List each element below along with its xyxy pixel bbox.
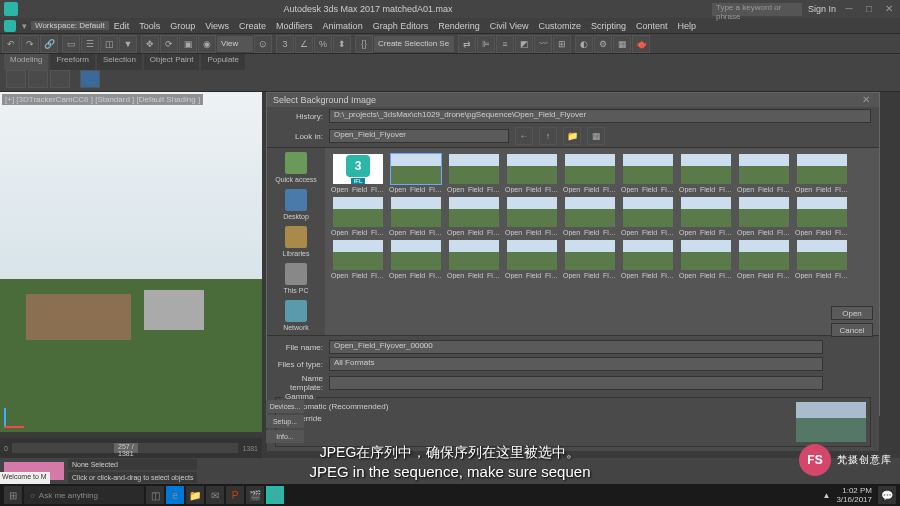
ribbon-btn-2[interactable] (28, 70, 48, 88)
file-thumb[interactable] (681, 154, 731, 184)
select-button[interactable]: ▭ (62, 35, 80, 53)
ribbon-btn-3[interactable] (50, 70, 70, 88)
sidebar-desktop[interactable]: Desktop (283, 189, 309, 220)
file-thumb[interactable] (623, 197, 673, 227)
render-button[interactable]: 🫖 (632, 35, 650, 53)
link-button[interactable]: 🔗 (40, 35, 58, 53)
taskbar-3dsmax[interactable]: 3 (266, 486, 284, 504)
newfolder-button[interactable]: 📁 (563, 127, 581, 145)
file-thumb[interactable] (565, 240, 615, 270)
ribbon-btn-1[interactable] (6, 70, 26, 88)
help-search-input[interactable]: Type a keyword or phrase (712, 3, 802, 16)
named-sets-button[interactable]: {} (355, 35, 373, 53)
file-thumb[interactable] (391, 197, 441, 227)
menu-modifiers[interactable]: Modifiers (271, 18, 318, 34)
percent-snap-button[interactable]: % (314, 35, 332, 53)
file-thumb[interactable] (739, 154, 789, 184)
file-thumb[interactable] (507, 240, 557, 270)
file-thumb[interactable] (449, 154, 499, 184)
timeline-slider[interactable]: 257 / 1381 (12, 443, 239, 453)
menu-views[interactable]: Views (200, 18, 234, 34)
file-thumb[interactable] (797, 154, 847, 184)
material-editor-button[interactable]: ◐ (575, 35, 593, 53)
toggle-button[interactable]: ◩ (515, 35, 533, 53)
render-frame-button[interactable]: ▦ (613, 35, 631, 53)
file-thumb[interactable] (333, 240, 383, 270)
ribbon-tab-freeform[interactable]: Freeform (50, 54, 94, 70)
file-thumb[interactable] (333, 197, 383, 227)
menu-help[interactable]: Help (673, 18, 702, 34)
taskbar-app-2[interactable]: 📁 (186, 486, 204, 504)
menu-edit[interactable]: Edit (109, 18, 135, 34)
app-menu-icon[interactable] (4, 20, 16, 32)
maximize-button[interactable]: □ (862, 2, 876, 16)
sidebar-network[interactable]: Network (283, 300, 309, 331)
placement-button[interactable]: ◉ (198, 35, 216, 53)
file-thumb[interactable] (507, 154, 557, 184)
cortana-search[interactable]: ○ Ask me anything (24, 486, 144, 504)
ribbon-tab-objectpaint[interactable]: Object Paint (144, 54, 200, 70)
file-thumb[interactable] (623, 240, 673, 270)
scale-button[interactable]: ▣ (179, 35, 197, 53)
mirror-button[interactable]: ⇄ (458, 35, 476, 53)
timeline-thumb[interactable]: 257 / 1381 (114, 443, 138, 453)
close-button[interactable]: ✕ (882, 2, 896, 16)
render-setup-button[interactable]: ⚙ (594, 35, 612, 53)
viewport-label[interactable]: [+] [3DTrackerCamCC6 ] [Standard ] [Defa… (2, 94, 203, 105)
file-thumb[interactable] (507, 197, 557, 227)
menu-customize[interactable]: Customize (534, 18, 587, 34)
file-thumb[interactable] (797, 240, 847, 270)
file-thumb[interactable] (797, 197, 847, 227)
nametpl-input[interactable] (329, 376, 823, 390)
curve-editor-button[interactable]: 〰 (534, 35, 552, 53)
menu-create[interactable]: Create (234, 18, 271, 34)
notifications-button[interactable]: 💬 (878, 486, 896, 504)
dialog-close-button[interactable]: ✕ (859, 93, 873, 107)
undo-button[interactable]: ↶ (2, 35, 20, 53)
minimize-button[interactable]: ─ (842, 2, 856, 16)
file-selected[interactable] (391, 154, 441, 184)
ribbon-tab-selection[interactable]: Selection (97, 54, 142, 70)
refcoord-dropdown[interactable]: View (217, 36, 253, 52)
ribbon-tab-populate[interactable]: Populate (201, 54, 245, 70)
clock-date[interactable]: 3/16/2017 (836, 495, 872, 504)
setup-button[interactable]: Setup... (266, 415, 304, 428)
taskbar-app-1[interactable]: e (166, 486, 184, 504)
viewmode-button[interactable]: ▦ (587, 127, 605, 145)
pivot-button[interactable]: ⊙ (254, 35, 272, 53)
menu-grapheditors[interactable]: Graph Editors (368, 18, 434, 34)
file-thumb[interactable] (739, 197, 789, 227)
layers-button[interactable]: ≡ (496, 35, 514, 53)
menu-animation[interactable]: Animation (318, 18, 368, 34)
ribbon-btn-4[interactable] (80, 70, 100, 88)
taskbar-app-4[interactable]: P (226, 486, 244, 504)
redo-button[interactable]: ↷ (21, 35, 39, 53)
file-thumb[interactable] (391, 240, 441, 270)
file-list[interactable]: 3IFLOpen_Field_Flyov...Open_Field_Flyove… (325, 148, 879, 335)
up-button[interactable]: ↑ (539, 127, 557, 145)
timeline[interactable]: 0 257 / 1381 1381 (0, 438, 262, 458)
taskbar-app-3[interactable]: ✉ (206, 486, 224, 504)
open-button[interactable]: Open (831, 306, 873, 320)
menu-civilview[interactable]: Civil View (485, 18, 534, 34)
menu-rendering[interactable]: Rendering (433, 18, 485, 34)
info-button[interactable]: Info... (266, 430, 304, 443)
sidebar-libraries[interactable]: Libraries (283, 226, 310, 257)
taskbar-app-5[interactable]: 🎬 (246, 486, 264, 504)
ribbon-tab-modeling[interactable]: Modeling (4, 54, 48, 70)
file-thumb[interactable] (449, 197, 499, 227)
file-thumb[interactable] (681, 197, 731, 227)
devices-button[interactable]: Devices... (266, 400, 304, 413)
menu-content[interactable]: Content (631, 18, 673, 34)
file-thumb[interactable] (681, 240, 731, 270)
filter-button[interactable]: ▼ (119, 35, 137, 53)
file-thumb[interactable] (449, 240, 499, 270)
selection-set-dropdown[interactable]: Create Selection Se (374, 36, 454, 52)
spinner-snap-button[interactable]: ⬍ (333, 35, 351, 53)
select-name-button[interactable]: ☰ (81, 35, 99, 53)
angle-snap-button[interactable]: ∠ (295, 35, 313, 53)
menu-tools[interactable]: Tools (134, 18, 165, 34)
start-button[interactable]: ⊞ (4, 486, 22, 504)
sidebar-thispc[interactable]: This PC (284, 263, 309, 294)
rotate-button[interactable]: ⟳ (160, 35, 178, 53)
